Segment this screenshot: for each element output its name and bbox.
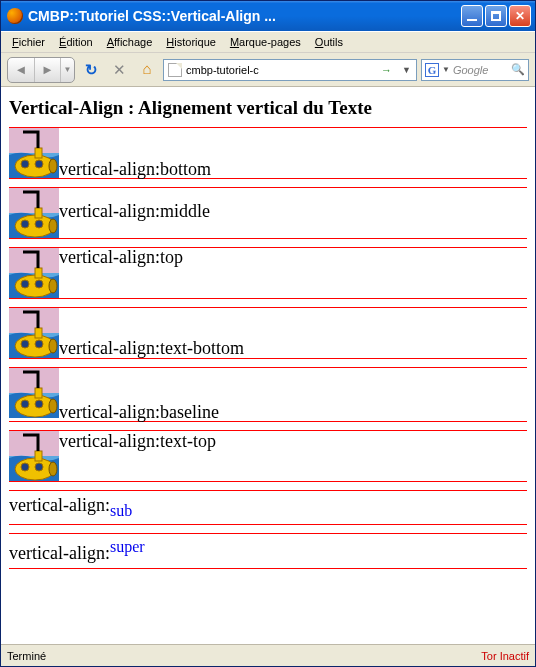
home-button[interactable]: ⌂ <box>135 58 159 82</box>
menu-marque-pages[interactable]: Marque-pages <box>223 34 308 50</box>
google-icon: G <box>425 63 439 77</box>
firefox-icon <box>7 8 23 24</box>
example-row-text-bottom: vertical-align:text-bottom <box>9 307 527 359</box>
url-bar[interactable]: cmbp-tutoriel-c → ▼ <box>163 59 417 81</box>
minimize-button[interactable] <box>461 5 483 27</box>
navigation-toolbar: ◄ ► ▼ ↻ ✕ ⌂ cmbp-tutoriel-c → ▼ G ▼ Goog… <box>1 53 535 87</box>
row-label: vertical-align:text-top <box>59 431 216 451</box>
row-prefix: vertical-align: <box>9 543 110 563</box>
example-row-sub: vertical-align:sub <box>9 490 527 525</box>
status-bar: Terminé Tor Inactif <box>1 644 535 666</box>
submarine-icon <box>9 248 59 298</box>
example-row-text-top: vertical-align:text-top <box>9 430 527 482</box>
menu-edition[interactable]: Édition <box>52 34 100 50</box>
page-icon <box>168 63 182 77</box>
menu-historique[interactable]: Historique <box>159 34 223 50</box>
go-button[interactable]: → <box>378 64 395 76</box>
url-dropdown[interactable]: ▼ <box>399 65 414 75</box>
row-label: vertical-align:middle <box>59 201 210 221</box>
submarine-icon <box>9 308 59 358</box>
example-row-super: vertical-align:super <box>9 533 527 569</box>
search-placeholder: Google <box>453 64 508 76</box>
forward-button[interactable]: ► <box>34 58 60 82</box>
row-label: vertical-align:text-bottom <box>59 338 244 358</box>
menu-affichage[interactable]: Affichage <box>100 34 160 50</box>
window-title: CMBP::Tutoriel CSS::Vertical-Align ... <box>28 8 461 24</box>
history-dropdown[interactable]: ▼ <box>60 58 74 82</box>
submarine-icon <box>9 188 59 238</box>
search-bar[interactable]: G ▼ Google 🔍 <box>421 59 529 81</box>
example-row-baseline: vertical-align:baseline <box>9 367 527 422</box>
window-titlebar: CMBP::Tutoriel CSS::Vertical-Align ... ✕ <box>1 1 535 31</box>
submarine-icon <box>9 128 59 178</box>
maximize-button[interactable] <box>485 5 507 27</box>
row-label: vertical-align:top <box>59 247 183 267</box>
close-button[interactable]: ✕ <box>509 5 531 27</box>
search-engine-dropdown[interactable]: ▼ <box>442 65 450 74</box>
stop-button[interactable]: ✕ <box>107 58 131 82</box>
menu-fichier[interactable]: Fichier <box>5 34 52 50</box>
example-row-middle: vertical-align:middle <box>9 187 527 239</box>
reload-button[interactable]: ↻ <box>79 58 103 82</box>
super-value: super <box>110 538 145 555</box>
example-row-bottom: vertical-align:bottom <box>9 127 527 179</box>
row-label: vertical-align:baseline <box>59 402 219 422</box>
search-go-icon[interactable]: 🔍 <box>511 63 525 76</box>
example-row-top: vertical-align:top <box>9 247 527 299</box>
menu-bar: Fichier Édition Affichage Historique Mar… <box>1 31 535 53</box>
submarine-icon <box>9 368 59 418</box>
page-content: Vertical-Align : Alignement vertical du … <box>1 87 535 644</box>
status-left: Terminé <box>7 650 481 662</box>
sub-value: sub <box>110 502 132 519</box>
page-heading: Vertical-Align : Alignement vertical du … <box>9 97 527 119</box>
row-prefix: vertical-align: <box>9 495 110 515</box>
menu-outils[interactable]: Outils <box>308 34 350 50</box>
url-text: cmbp-tutoriel-c <box>186 64 374 76</box>
submarine-icon <box>9 431 59 481</box>
row-label: vertical-align:bottom <box>59 159 211 179</box>
status-right: Tor Inactif <box>481 650 529 662</box>
back-button[interactable]: ◄ <box>8 58 34 82</box>
